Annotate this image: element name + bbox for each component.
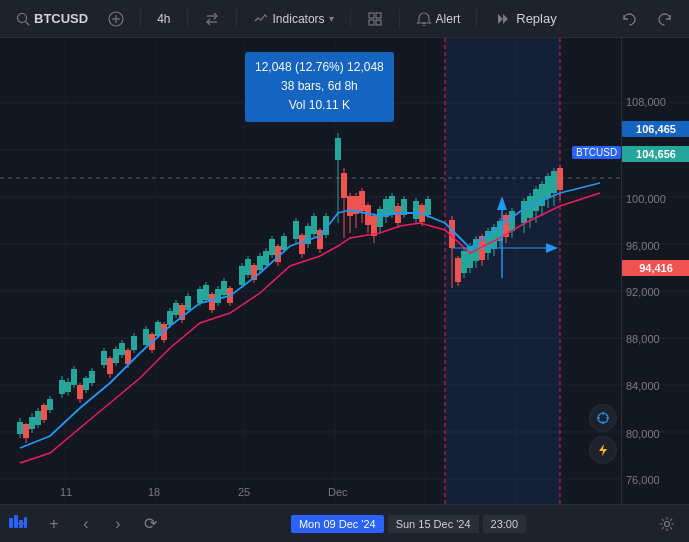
btcusd-label: BTCUSD: [572, 146, 621, 159]
price-tag-104656: 104,656: [622, 146, 689, 162]
price-80000: 80,000: [626, 428, 660, 440]
chart-container: 12,048 (12.76%) 12,048 38 bars, 6d 8h Vo…: [0, 38, 689, 504]
svg-rect-40: [35, 411, 41, 425]
price-92000: 92,000: [626, 286, 660, 298]
svg-marker-12: [498, 14, 503, 24]
svg-rect-134: [359, 191, 365, 211]
svg-rect-36: [23, 424, 29, 438]
symbol-selector[interactable]: BTCUSD: [8, 7, 96, 30]
svg-rect-208: [9, 518, 13, 528]
zoom-in-label: +: [49, 515, 58, 533]
undo-button[interactable]: [613, 7, 645, 31]
svg-rect-54: [83, 378, 89, 390]
search-icon: [16, 12, 30, 26]
svg-rect-70: [143, 329, 149, 345]
chart-area[interactable]: 12,048 (12.76%) 12,048 38 bars, 6d 8h Vo…: [0, 38, 621, 504]
separator-1: [140, 9, 141, 29]
tradingview-logo: [8, 512, 28, 532]
svg-rect-38: [29, 417, 35, 429]
layout-icon: [367, 11, 383, 27]
separator-4: [350, 9, 351, 29]
svg-rect-106: [263, 251, 269, 265]
svg-rect-48: [65, 382, 71, 392]
svg-rect-42: [41, 405, 47, 420]
replay-label: Replay: [516, 11, 556, 26]
separator-5: [399, 9, 400, 29]
settings-button[interactable]: [653, 510, 681, 538]
svg-rect-188: [551, 171, 557, 193]
alert-label: Alert: [436, 12, 461, 26]
price-tag-94416: 94,416: [622, 260, 689, 276]
svg-rect-86: [197, 289, 203, 303]
svg-rect-100: [245, 259, 251, 275]
svg-rect-186: [545, 176, 551, 198]
x-label-3: 25: [238, 486, 250, 498]
zoom-in-button[interactable]: +: [40, 510, 68, 538]
svg-rect-80: [173, 303, 179, 315]
tv-logo-icon: [8, 512, 28, 532]
right-tools: [589, 404, 617, 464]
svg-rect-150: [413, 201, 419, 219]
svg-rect-112: [281, 236, 287, 250]
svg-rect-160: [461, 251, 467, 273]
svg-rect-126: [335, 138, 341, 160]
svg-rect-34: [17, 422, 23, 434]
svg-rect-68: [131, 336, 137, 350]
svg-rect-10: [376, 20, 381, 25]
svg-rect-56: [89, 371, 95, 383]
date-range-start: Mon 09 Dec '24: [291, 515, 384, 533]
svg-rect-98: [239, 266, 245, 285]
svg-rect-104: [257, 256, 263, 270]
svg-rect-8: [376, 13, 381, 18]
svg-rect-58: [101, 351, 107, 365]
price-chart: [0, 38, 621, 504]
x-label-4: Dec: [328, 486, 348, 498]
svg-rect-162: [467, 246, 473, 268]
timeframe-label: 4h: [157, 12, 170, 26]
svg-rect-154: [425, 199, 431, 215]
alert-icon: [416, 11, 432, 27]
svg-rect-114: [293, 221, 299, 239]
indicators-chevron: ▾: [329, 13, 334, 24]
x-label-1: 11: [60, 486, 72, 498]
reset-label: ⟳: [144, 514, 157, 533]
indicators-label: Indicators: [273, 12, 325, 26]
svg-rect-136: [365, 205, 371, 225]
alert-button[interactable]: Alert: [408, 7, 469, 31]
symbol-label: BTCUSD: [34, 11, 88, 26]
separator-6: [476, 9, 477, 29]
price-88000: 88,000: [626, 333, 660, 345]
timeframe-button[interactable]: 4h: [149, 8, 178, 30]
replay-button[interactable]: Replay: [485, 7, 566, 31]
compare-button[interactable]: [196, 7, 228, 31]
bottom-toolbar: − + ‹ › ⟳ Mon 09 Dec '24 Sun 15 Dec '24 …: [0, 504, 689, 542]
svg-rect-9: [369, 20, 374, 25]
svg-rect-7: [369, 13, 374, 18]
svg-point-212: [665, 521, 670, 526]
svg-rect-92: [215, 289, 221, 303]
svg-rect-108: [269, 239, 275, 255]
svg-rect-211: [24, 517, 27, 528]
scroll-right-button[interactable]: ›: [104, 510, 132, 538]
svg-rect-94: [221, 281, 227, 295]
lightning-icon[interactable]: [589, 436, 617, 464]
add-symbol-button[interactable]: [100, 7, 132, 31]
x-label-2: 18: [148, 486, 160, 498]
crosshair-icon[interactable]: [589, 404, 617, 432]
svg-rect-209: [14, 515, 18, 528]
svg-line-1: [26, 21, 30, 25]
reset-button[interactable]: ⟳: [136, 510, 164, 538]
plus-icon: [108, 11, 124, 27]
indicators-button[interactable]: Indicators ▾: [245, 7, 342, 31]
scroll-left-label: ‹: [83, 515, 88, 533]
redo-icon: [657, 11, 673, 27]
svg-rect-116: [299, 235, 305, 254]
layout-button[interactable]: [359, 7, 391, 31]
scroll-left-button[interactable]: ‹: [72, 510, 100, 538]
svg-rect-62: [113, 349, 119, 363]
redo-button[interactable]: [649, 7, 681, 31]
gear-icon: [659, 516, 675, 532]
svg-rect-144: [389, 196, 395, 214]
svg-rect-60: [107, 358, 113, 374]
svg-rect-88: [203, 285, 209, 300]
